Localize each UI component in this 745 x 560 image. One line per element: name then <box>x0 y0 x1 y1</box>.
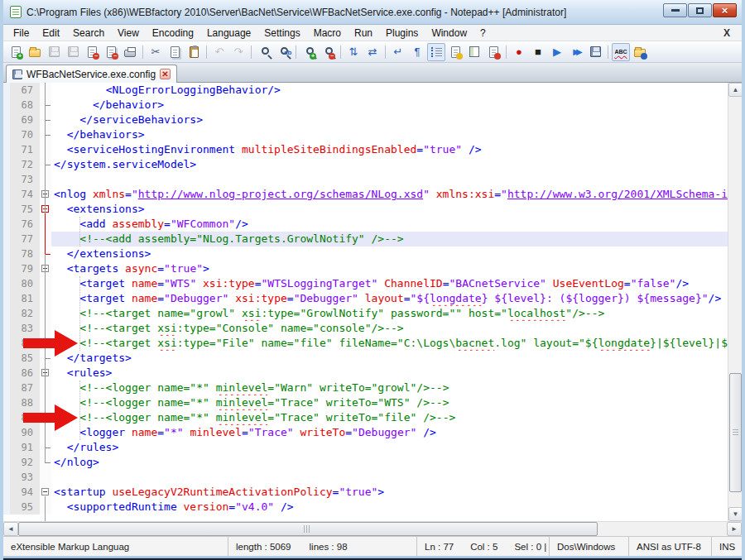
menu-item-settings[interactable]: Settings <box>257 26 306 41</box>
vertical-scrollbar[interactable]: ▲ ▼ <box>728 83 742 521</box>
bookmark-margin[interactable] <box>3 261 10 276</box>
menu-item-plugins[interactable]: Plugins <box>379 26 425 41</box>
code-text: <target name="Debugger" xsi:type="Debugg… <box>51 291 728 306</box>
menu-item-edit[interactable]: Edit <box>36 26 66 41</box>
save-all-button[interactable] <box>64 43 82 61</box>
new-file-button[interactable]: + <box>7 43 25 61</box>
menu-close-document[interactable]: X <box>715 27 738 39</box>
play-macro-button[interactable]: ▶ <box>548 43 566 61</box>
bookmark-margin[interactable] <box>3 112 10 127</box>
horizontal-scrollbar[interactable]: ◄ ► <box>3 521 742 536</box>
bookmark-margin[interactable] <box>3 425 10 440</box>
save-macro-button[interactable] <box>586 43 604 61</box>
replace-button[interactable] <box>274 43 292 61</box>
status-insert-mode[interactable]: INS <box>712 537 742 556</box>
cut-button[interactable]: ✂ <box>147 43 165 61</box>
menu-item-run[interactable]: Run <box>348 26 379 41</box>
bookmark-margin[interactable] <box>3 172 10 187</box>
bookmark-margin[interactable] <box>3 321 10 336</box>
document-switcher-button[interactable] <box>631 43 649 61</box>
fold-end-mark <box>45 254 50 255</box>
show-indent-guide-button[interactable] <box>427 43 445 61</box>
sync-horizontal-scrolling-button[interactable]: ⇄ <box>363 43 382 61</box>
menu-item-view[interactable]: View <box>111 26 146 41</box>
zoom-out-button[interactable]: − <box>319 43 337 61</box>
show-all-characters-button[interactable]: ¶ <box>408 43 426 61</box>
scroll-track[interactable] <box>598 522 727 536</box>
menu-item-language[interactable]: Language <box>200 26 257 41</box>
word-wrap-button[interactable]: ↵ <box>389 43 407 61</box>
fold-collapse-icon[interactable] <box>41 488 49 495</box>
scroll-left-arrow[interactable]: ◄ <box>3 522 18 536</box>
bookmark-margin[interactable] <box>3 187 10 202</box>
undo-button[interactable]: ↶ <box>210 43 228 61</box>
bookmark-margin[interactable] <box>3 470 10 485</box>
bookmark-margin[interactable] <box>3 127 10 142</box>
bookmark-margin[interactable] <box>3 306 10 321</box>
sync-vertical-scrolling-button[interactable]: ⇅ <box>344 43 363 61</box>
bookmark-margin[interactable] <box>3 246 10 261</box>
tab-close-icon[interactable]: ✕ <box>160 69 171 79</box>
bookmark-margin[interactable] <box>3 202 10 217</box>
code-area[interactable]: 67 <NLogErrorLoggingBehavior/>68 </behav… <box>3 83 728 521</box>
vertical-scroll-thumb[interactable] <box>729 373 742 492</box>
status-encoding[interactable]: ANSI as UTF-8 <box>629 537 712 556</box>
bookmark-margin[interactable] <box>3 336 10 351</box>
status-line: Ln : 77 <box>425 542 454 552</box>
menu-item-search[interactable]: Search <box>66 26 111 41</box>
document-map-button[interactable] <box>465 43 483 61</box>
stop-macro-button[interactable]: ■ <box>529 43 547 61</box>
close-button[interactable]: × <box>713 3 737 17</box>
scroll-down-arrow[interactable]: ▼ <box>728 507 742 521</box>
bookmark-margin[interactable] <box>3 410 10 425</box>
bookmark-margin[interactable] <box>3 83 10 98</box>
fold-margin <box>40 157 51 172</box>
spell-check-button[interactable]: ABC <box>612 43 630 61</box>
menu-item-window[interactable]: Window <box>425 26 473 41</box>
redo-button[interactable]: ↷ <box>229 43 248 61</box>
code-line-75: 75 <extensions> <box>3 202 728 217</box>
open-file-button[interactable] <box>26 43 44 61</box>
code-line-92: 92</nlog> <box>3 455 728 470</box>
record-macro-button[interactable]: ● <box>510 43 528 61</box>
scroll-right-arrow[interactable]: ► <box>727 522 742 536</box>
user-defined-dialog-button[interactable] <box>446 43 464 61</box>
bookmark-margin[interactable] <box>3 500 10 515</box>
menu-item-encoding[interactable]: Encoding <box>146 26 200 41</box>
bookmark-margin[interactable] <box>3 366 10 381</box>
menu-item-help[interactable]: ? <box>473 26 493 41</box>
restore-button[interactable] <box>688 3 712 17</box>
bookmark-margin[interactable] <box>3 157 10 172</box>
menu-item-file[interactable]: File <box>7 26 36 41</box>
bookmark-margin[interactable] <box>3 455 10 470</box>
bookmark-margin[interactable] <box>3 440 10 455</box>
bookmark-margin[interactable] <box>3 217 10 232</box>
tab-wfbacnetservice[interactable]: WFBacNetService.exe.config ✕ <box>6 65 177 83</box>
copy-button[interactable] <box>166 43 184 61</box>
find-button[interactable] <box>255 43 273 61</box>
bookmark-margin[interactable] <box>3 142 10 157</box>
print-button[interactable] <box>121 43 139 61</box>
close-all-files-button[interactable]: − <box>102 43 120 61</box>
run-macro-multiple-button[interactable]: ▶▶ <box>567 43 585 61</box>
minimize-button[interactable] <box>663 3 687 17</box>
bookmark-margin[interactable] <box>3 485 10 500</box>
scroll-up-arrow[interactable]: ▲ <box>728 83 742 97</box>
zoom-in-button[interactable]: + <box>300 43 318 61</box>
bookmark-margin[interactable] <box>3 381 10 395</box>
fold-margin <box>40 291 51 306</box>
bookmark-margin[interactable] <box>3 276 10 291</box>
menu-item-macro[interactable]: Macro <box>307 26 348 41</box>
bookmark-margin[interactable] <box>3 351 10 366</box>
bookmark-margin[interactable] <box>3 98 10 112</box>
paste-button[interactable] <box>185 43 203 61</box>
bookmark-margin[interactable] <box>3 291 10 306</box>
status-eol-format[interactable]: Dos\Windows <box>550 537 629 556</box>
save-file-button[interactable] <box>45 43 63 61</box>
bookmark-margin[interactable] <box>3 232 10 246</box>
code-line-80: 80 <target name="WTS" xsi:type="WTSLoggi… <box>3 276 728 291</box>
bookmark-margin[interactable] <box>3 395 10 410</box>
horizontal-scroll-thumb[interactable] <box>18 522 598 536</box>
close-file-button[interactable]: − <box>83 43 101 61</box>
function-list-button[interactable] <box>484 43 502 61</box>
